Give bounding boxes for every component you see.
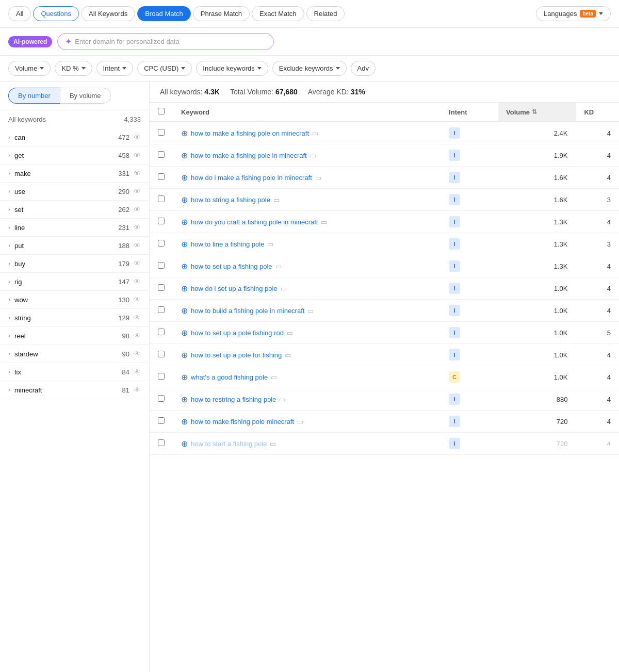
row-checkbox[interactable] — [158, 306, 165, 313]
add-keyword-icon[interactable]: ⊕ — [181, 328, 188, 338]
sparkle-icon: ✦ — [65, 37, 72, 46]
stats-keywords-prefix: All keywords: — [160, 88, 202, 96]
eye-icon[interactable]: 👁 — [134, 259, 141, 268]
page-icon: ▭ — [270, 440, 276, 448]
eye-icon[interactable]: 👁 — [134, 332, 141, 340]
keyword-label: can — [14, 134, 118, 141]
row-checkbox-cell — [150, 255, 173, 277]
keyword-label: rig — [14, 278, 118, 286]
toggle-by-number[interactable]: By number — [8, 88, 60, 104]
tab-phrase-match[interactable]: Phrase Match — [193, 6, 250, 21]
row-checkbox[interactable] — [158, 373, 165, 380]
row-checkbox[interactable] — [158, 151, 165, 158]
row-checkbox[interactable] — [158, 240, 165, 247]
intent-cell: I — [441, 433, 498, 455]
list-item[interactable]: › minecraft 81 👁 — [0, 381, 149, 399]
expand-icon: › — [8, 188, 10, 195]
intent-badge: I — [449, 349, 460, 360]
list-item[interactable]: › rig 147 👁 — [0, 273, 149, 291]
add-keyword-icon[interactable]: ⊕ — [181, 439, 188, 449]
add-keyword-icon[interactable]: ⊕ — [181, 173, 188, 183]
filter-include-keywords[interactable]: Include keywords — [196, 61, 268, 76]
list-item[interactable]: › put 188 👁 — [0, 237, 149, 255]
eye-icon[interactable]: 👁 — [134, 187, 141, 195]
keyword-text: how to make fishing pole minecraft — [191, 418, 294, 425]
eye-icon[interactable]: 👁 — [134, 277, 141, 286]
filter-intent[interactable]: Intent — [96, 61, 134, 76]
filter-bar: Volume KD % Intent CPC (USD) Include key… — [0, 56, 619, 81]
eye-icon[interactable]: 👁 — [134, 386, 141, 394]
filter-volume[interactable]: Volume — [8, 61, 51, 76]
domain-input-field[interactable]: ✦ Enter domain for personalized data — [57, 33, 274, 50]
row-checkbox[interactable] — [158, 417, 165, 424]
eye-icon[interactable]: 👁 — [134, 314, 141, 322]
add-keyword-icon[interactable]: ⊕ — [181, 417, 188, 427]
list-item[interactable]: › set 262 👁 — [0, 201, 149, 219]
toggle-by-volume[interactable]: By volume — [60, 88, 111, 104]
row-checkbox[interactable] — [158, 195, 165, 202]
filter-cpc[interactable]: CPC (USD) — [137, 61, 192, 76]
list-item[interactable]: › make 331 👁 — [0, 165, 149, 183]
tab-all[interactable]: All — [8, 6, 31, 21]
add-keyword-icon[interactable]: ⊕ — [181, 217, 188, 227]
list-item[interactable]: › buy 179 👁 — [0, 255, 149, 273]
row-checkbox[interactable] — [158, 284, 165, 291]
eye-icon[interactable]: 👁 — [134, 350, 141, 358]
table-row: ⊕ how to restring a fishing pole ▭ I 880… — [150, 388, 619, 411]
add-keyword-icon[interactable]: ⊕ — [181, 306, 188, 316]
list-item[interactable]: › fix 84 👁 — [0, 363, 149, 381]
row-checkbox[interactable] — [158, 173, 165, 180]
eye-icon[interactable]: 👁 — [134, 296, 141, 304]
eye-icon[interactable]: 👁 — [134, 241, 141, 250]
tab-exact-match[interactable]: Exact Match — [252, 6, 304, 21]
eye-icon[interactable]: 👁 — [134, 169, 141, 177]
tab-related[interactable]: Related — [306, 6, 345, 21]
row-checkbox[interactable] — [158, 262, 165, 269]
row-checkbox[interactable] — [158, 395, 165, 402]
row-checkbox[interactable] — [158, 439, 165, 446]
eye-icon[interactable]: 👁 — [134, 133, 141, 141]
add-keyword-icon[interactable]: ⊕ — [181, 284, 188, 293]
add-keyword-icon[interactable]: ⊕ — [181, 261, 188, 271]
row-checkbox[interactable] — [158, 218, 165, 224]
keyword-text: how to start a fishing pole — [191, 440, 267, 448]
list-item[interactable]: › reel 98 👁 — [0, 327, 149, 345]
list-item[interactable]: › get 458 👁 — [0, 146, 149, 165]
eye-icon[interactable]: 👁 — [134, 205, 141, 214]
add-keyword-icon[interactable]: ⊕ — [181, 350, 188, 360]
list-item[interactable]: › can 472 👁 — [0, 128, 149, 146]
intent-badge: I — [449, 394, 460, 405]
kd-cell: 4 — [576, 344, 619, 366]
eye-icon[interactable]: 👁 — [134, 151, 141, 159]
list-item[interactable]: › line 231 👁 — [0, 219, 149, 237]
row-checkbox[interactable] — [158, 129, 165, 136]
row-checkbox-cell — [150, 388, 173, 411]
list-item[interactable]: › use 290 👁 — [0, 183, 149, 201]
add-keyword-icon[interactable]: ⊕ — [181, 239, 188, 249]
tab-all-keywords[interactable]: All Keywords — [81, 6, 135, 21]
filter-kd[interactable]: KD % — [55, 61, 92, 76]
th-volume[interactable]: Volume ⇅ — [498, 103, 576, 122]
add-keyword-icon[interactable]: ⊕ — [181, 395, 188, 404]
row-checkbox[interactable] — [158, 329, 165, 335]
add-keyword-icon[interactable]: ⊕ — [181, 128, 188, 138]
volume-cell: 1.3K — [498, 211, 576, 233]
add-keyword-icon[interactable]: ⊕ — [181, 195, 188, 205]
tab-languages[interactable]: Languages beta — [536, 6, 611, 21]
list-item[interactable]: › string 129 👁 — [0, 309, 149, 327]
list-item[interactable]: › wow 130 👁 — [0, 291, 149, 309]
eye-icon[interactable]: 👁 — [134, 223, 141, 232]
list-item[interactable]: › stardew 90 👁 — [0, 345, 149, 363]
add-keyword-icon[interactable]: ⊕ — [181, 372, 188, 382]
tab-broad-match[interactable]: Broad Match — [137, 6, 191, 21]
filter-exclude-keywords[interactable]: Exclude keywords — [272, 61, 347, 76]
volume-cell: 1.3K — [498, 233, 576, 255]
row-checkbox[interactable] — [158, 351, 165, 357]
eye-icon[interactable]: 👁 — [134, 368, 141, 376]
filter-advanced[interactable]: Adv — [351, 61, 376, 76]
keyword-table: Keyword Intent Volume ⇅ — [150, 103, 619, 455]
add-keyword-icon[interactable]: ⊕ — [181, 151, 188, 160]
tab-questions[interactable]: Questions — [33, 6, 79, 21]
select-all-checkbox[interactable] — [158, 108, 165, 114]
page-icon: ▭ — [267, 240, 273, 248]
